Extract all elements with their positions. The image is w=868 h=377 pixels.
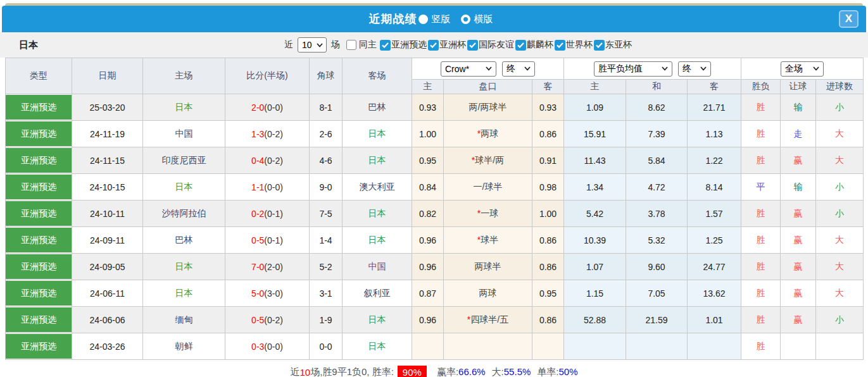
close-button[interactable]: X bbox=[839, 10, 859, 28]
subheader-handicap: 盘口 bbox=[444, 80, 532, 94]
chevron-down-icon bbox=[317, 43, 323, 47]
away-team-link[interactable]: 日本 bbox=[368, 208, 386, 218]
away-team-cell: 日本 bbox=[343, 147, 412, 174]
home-team-cell: 巴林 bbox=[143, 227, 225, 254]
competition-filter-item[interactable]: 亚洲杯 bbox=[428, 39, 466, 51]
radio-horizontal-label[interactable]: 横版 bbox=[474, 13, 493, 25]
avg-home-cell bbox=[564, 333, 626, 360]
table-row: 亚洲预选 24-09-05 日本 7-0(2-0) 5-2 中国 0.96 bbox=[6, 254, 864, 280]
home-team-link[interactable]: 日本 bbox=[175, 182, 193, 192]
home-team-link[interactable]: 日本 bbox=[175, 288, 193, 298]
table-body: 亚洲预选 25-03-20 日本 2-0(0-0) 8-1 巴林 0.93 bbox=[6, 94, 864, 360]
stat-value: 66.6% bbox=[458, 366, 486, 377]
avg-draw-cell: 7.39 bbox=[626, 121, 688, 147]
away-team-link[interactable]: 澳大利亚 bbox=[360, 182, 395, 192]
odds-time-select[interactable]: 终 bbox=[502, 61, 535, 77]
competition-filter-item[interactable]: 麒麟杯 bbox=[515, 39, 553, 51]
radio-horizontal-icon[interactable] bbox=[461, 15, 470, 24]
half-time-score: (2-0) bbox=[264, 262, 283, 272]
away-team-link[interactable]: 叙利亚 bbox=[364, 288, 391, 298]
goals-result-value: 大 bbox=[835, 128, 844, 139]
away-team-link[interactable]: 日本 bbox=[368, 314, 386, 324]
competition-checkbox[interactable] bbox=[555, 40, 565, 51]
avg-draw-cell: 4.72 bbox=[626, 174, 688, 201]
home-team-link[interactable]: 朝鲜 bbox=[175, 341, 193, 351]
subheader-avg-draw: 和 bbox=[626, 80, 688, 94]
full-time-score: 1-1 bbox=[251, 182, 264, 192]
odds-select-cell: Crow* 终 bbox=[412, 58, 564, 80]
competition-checkbox[interactable] bbox=[428, 40, 439, 51]
handicap-value: 两球 bbox=[481, 128, 498, 139]
odds-home-cell: 0.96 bbox=[412, 254, 444, 280]
competition-checkbox[interactable] bbox=[467, 40, 478, 51]
corner-cell: 8-1 bbox=[310, 94, 343, 121]
odds-company-select[interactable]: Crow* bbox=[441, 61, 496, 77]
stat-label: 赢率: bbox=[437, 366, 458, 377]
home-team-link[interactable]: 缅甸 bbox=[175, 314, 193, 324]
competition-filter-item[interactable]: 国际友谊 bbox=[467, 39, 514, 51]
avg-draw-cell: 7.05 bbox=[626, 280, 688, 307]
recent-count-select[interactable]: 10 bbox=[298, 37, 327, 53]
handicap-result-cell: 赢 bbox=[781, 147, 816, 174]
radio-vertical-label[interactable]: 竖版 bbox=[432, 13, 451, 25]
competition-checkbox[interactable] bbox=[515, 40, 526, 51]
avg-home-cell: 15.91 bbox=[564, 121, 626, 147]
result-cell: 胜 bbox=[741, 147, 781, 174]
handicap-result-cell bbox=[781, 333, 816, 360]
chevron-down-icon bbox=[662, 66, 668, 71]
home-team-cell: 中国 bbox=[143, 121, 225, 147]
same-home-filter[interactable]: 同主 bbox=[346, 39, 377, 51]
goals-result-cell: 小 bbox=[816, 94, 864, 121]
competition-checkbox[interactable] bbox=[594, 40, 605, 51]
home-team-link[interactable]: 印度尼西亚 bbox=[162, 155, 206, 165]
away-team-link[interactable]: 日本 bbox=[368, 128, 386, 139]
home-team-link[interactable]: 中国 bbox=[175, 128, 193, 139]
result-cell: 胜 bbox=[741, 227, 781, 254]
competition-checkbox[interactable] bbox=[380, 40, 391, 51]
result-value: 胜 bbox=[757, 341, 765, 351]
table-row: 亚洲预选 24-03-26 朝鲜 0-3(0-0) 0-0 日本 bbox=[6, 333, 864, 360]
away-team-link[interactable]: 日本 bbox=[368, 235, 386, 245]
corner-cell: 1-4 bbox=[310, 227, 343, 254]
avg-time-select[interactable]: 终 bbox=[678, 61, 711, 77]
goals-result-value: 大 bbox=[835, 155, 844, 165]
table-row: 亚洲预选 24-06-06 缅甸 0-5(0-2) 1-9 日本 0.96 bbox=[6, 307, 864, 333]
header-score: 比分(半场) bbox=[225, 58, 310, 94]
results-table: 类型 日期 主场 比分(半场) 角球 客场 Crow* 终 bbox=[5, 58, 864, 360]
away-team-link[interactable]: 巴林 bbox=[368, 102, 386, 112]
corner-cell: 1-9 bbox=[310, 307, 343, 333]
competition-filter-item[interactable]: 世界杯 bbox=[555, 39, 593, 51]
competition-filter-item[interactable]: 亚洲预选 bbox=[380, 39, 427, 51]
odds-home-cell: 1.00 bbox=[412, 121, 444, 147]
competition-filter-item[interactable]: 东亚杯 bbox=[594, 39, 632, 51]
avg-select[interactable]: 胜平负均值 bbox=[594, 61, 672, 77]
away-team-link[interactable]: 日本 bbox=[368, 155, 386, 165]
away-team-link[interactable]: 中国 bbox=[368, 261, 386, 271]
stat-pair: 单率:50% bbox=[537, 366, 577, 377]
avg-time-value: 终 bbox=[682, 63, 691, 75]
same-home-checkbox[interactable] bbox=[346, 40, 356, 50]
competition-cell: 亚洲预选 bbox=[6, 94, 72, 121]
away-team-link[interactable]: 日本 bbox=[368, 341, 386, 351]
home-team-link[interactable]: 沙特阿拉伯 bbox=[162, 208, 206, 218]
home-team-link[interactable]: 日本 bbox=[175, 102, 193, 112]
handicap-value: 四球半/五 bbox=[470, 314, 508, 324]
competition-label: 麒麟杯 bbox=[527, 39, 553, 51]
avg-home-cell: 1.09 bbox=[564, 94, 626, 121]
odds-away-cell: 0.95 bbox=[532, 280, 564, 307]
avg-away-cell: 1.25 bbox=[688, 227, 741, 254]
competition-badge: 亚洲预选 bbox=[6, 228, 72, 252]
recent-count-value: 10 bbox=[302, 40, 312, 50]
score-cell: 5-0(3-0) bbox=[225, 280, 310, 307]
date-cell: 24-09-05 bbox=[72, 254, 143, 280]
home-team-link[interactable]: 巴林 bbox=[175, 235, 193, 245]
score-cell: 0-3(0-0) bbox=[225, 333, 310, 360]
corner-cell: 4-6 bbox=[310, 147, 343, 174]
radio-vertical-icon[interactable] bbox=[418, 15, 428, 24]
home-team-cell: 日本 bbox=[143, 280, 225, 307]
handicap-value: 两/两球半 bbox=[469, 102, 507, 112]
scope-select[interactable]: 全场 bbox=[781, 61, 824, 77]
competition-badge: 亚洲预选 bbox=[6, 201, 72, 226]
full-time-score: 0-4 bbox=[251, 156, 264, 166]
home-team-link[interactable]: 日本 bbox=[175, 261, 193, 271]
